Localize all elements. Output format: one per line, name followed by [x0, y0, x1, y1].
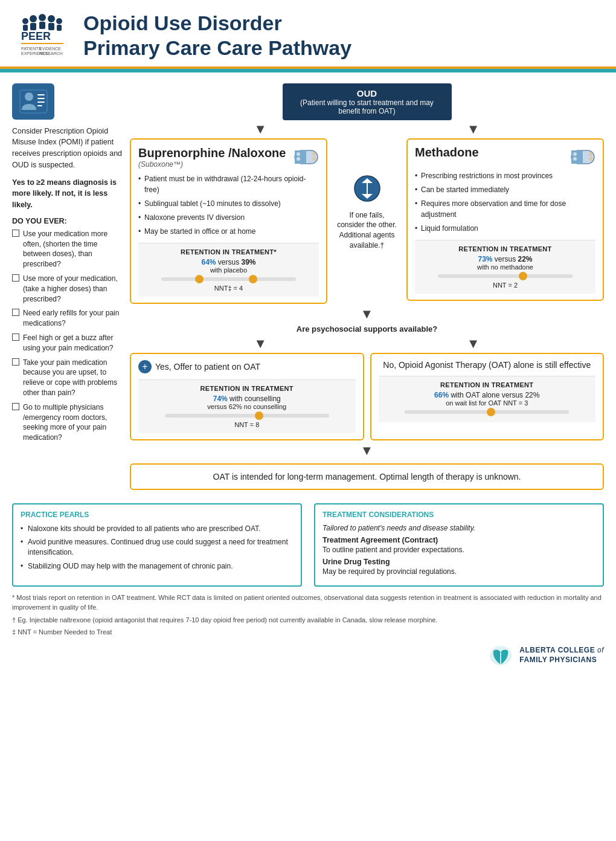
arrow-down-oat: ▼ [130, 444, 604, 457]
list-item: Liquid formulation [415, 223, 595, 234]
checkbox-icon [12, 334, 19, 341]
psych-no-retention: RETENTION IN TREATMENT 66% with OAT alon… [379, 376, 596, 422]
arrow-down-yes: ▼ [254, 337, 267, 350]
svg-point-34 [589, 157, 592, 161]
practice-pearls-list: Naloxone kits should be provided to all … [21, 524, 294, 572]
slider-thumb-no [487, 408, 495, 416]
tc-urine-text: May be required by provincial regulation… [322, 567, 595, 576]
svg-rect-3 [30, 23, 36, 30]
footnote-2: † Eg. Injectable naltrexone (opioid anta… [12, 615, 604, 625]
pomi-questions: DO YOU EVER: Use your medication more of… [12, 217, 124, 443]
treatment-considerations-box: TREATMENT CONSIDERATIONS Tailored to pat… [314, 503, 604, 587]
methadone-pill-icon [570, 146, 595, 170]
list-item: Go to multiple physicians /emergency roo… [12, 402, 124, 443]
arrow-bidirectional-icon [353, 175, 381, 204]
treatment-considerations-title: TREATMENT CONSIDERATIONS [322, 511, 595, 519]
slider-thumb-yes [255, 411, 263, 420]
yes-slider [165, 414, 329, 417]
list-item: May be started in office or at home [138, 226, 319, 237]
list-item: Need early refills for your pain medicat… [12, 308, 124, 329]
svg-rect-23 [295, 150, 306, 164]
list-item: Use your medication more often, (shorten… [12, 229, 124, 269]
svg-text:PEER: PEER [21, 30, 51, 42]
list-item: Avoid punitive measures. Continued drug … [21, 537, 294, 558]
svg-point-8 [56, 18, 62, 24]
psych-no-box: No, Opioid Agonist Therapy (OAT) alone i… [370, 353, 605, 440]
svg-rect-11 [21, 43, 63, 44]
svg-text:RESEARCH: RESEARCH [39, 51, 63, 56]
list-item: Use more of your medication, (take a hig… [12, 274, 124, 304]
list-item: Take your pain medication because you ar… [12, 358, 124, 398]
psych-yes-retention: RETENTION IN TREATMENT 74% with counsell… [138, 379, 356, 433]
tc-urine-title: Urine Drug Testing [322, 558, 595, 566]
list-item: Stabilizing OUD may help with the manage… [21, 561, 294, 572]
svg-rect-19 [37, 98, 45, 99]
psychosocial-columns: + Yes, Offer to patient on OAT RETENTION… [130, 353, 604, 440]
checkbox-icon [12, 309, 19, 316]
oud-box: OUD (Patient willing to start treatment … [283, 83, 452, 120]
list-item: Naloxone prevents IV diversion [138, 212, 319, 223]
no-slider [405, 410, 569, 414]
pomi-section: Consider Prescription Opioid Misuse Inde… [12, 83, 124, 496]
svg-text:EVIDENCE: EVIDENCE [39, 47, 61, 51]
arrow-down-no: ▼ [467, 337, 480, 350]
slider-thumb-right [249, 275, 257, 283]
svg-point-2 [30, 15, 37, 22]
psych-yes-title: + Yes, Offer to patient on OAT [138, 360, 356, 373]
footer-row: ALBERTA COLLEGE ofFAMILY PHYSICIANS [0, 643, 616, 674]
svg-point-31 [573, 152, 577, 156]
list-item: Naloxone kits should be provided to all … [21, 524, 294, 534]
svg-point-32 [573, 157, 577, 161]
methadone-retention-box: RETENTION IN TREATMENT 73% versus 22% wi… [415, 240, 595, 294]
svg-rect-5 [39, 22, 45, 29]
svg-rect-18 [37, 94, 45, 95]
arrow-down-psych: ▼ [130, 308, 604, 321]
checkbox-icon [12, 403, 19, 410]
svg-rect-30 [571, 150, 583, 164]
buprenorphine-box: Buprenorphine /Naloxone (Suboxone™) [130, 138, 327, 304]
bup-bullet-list: Patient must be in withdrawal (12-24-hou… [138, 173, 319, 237]
svg-point-0 [22, 18, 28, 24]
acfp-text: ALBERTA COLLEGE ofFAMILY PHYSICIANS [519, 646, 604, 665]
arrow-down-meth: ▼ [467, 123, 480, 136]
main-content: Consider Prescription Opioid Misuse Inde… [0, 72, 616, 496]
psychosocial-question: Are psychosocial supports available? [130, 324, 604, 334]
svg-point-4 [39, 14, 46, 21]
bottom-section: PRACTICE PEARLS Naloxone kits should be … [12, 503, 604, 587]
slider-thumb-left [195, 275, 204, 283]
list-item: Feel high or get a buzz after using your… [12, 333, 124, 353]
tc-agreement-title: Treatment Agreement (Contract) [322, 536, 595, 544]
plus-circle-icon: + [138, 360, 152, 373]
list-item: Prescribing restrictions in most provinc… [415, 170, 595, 181]
slider-thumb-meth [519, 272, 527, 280]
footnote-3: ‡ NNT = Number Needed to Treat [12, 627, 604, 637]
svg-rect-7 [48, 23, 54, 30]
list-item: Requires more observation and time for d… [415, 198, 595, 220]
svg-point-33 [589, 152, 592, 156]
meth-slider [438, 274, 573, 278]
checkbox-icon [12, 274, 19, 282]
svg-rect-21 [37, 105, 42, 106]
practice-pearls-title: PRACTICE PEARLS [21, 511, 294, 519]
page-title: Opioid Use Disorder Primary Care Care Pa… [83, 11, 351, 60]
tc-tailored: Tailored to patient's needs and disease … [322, 524, 595, 532]
footnote-1: * Most trials report on retention in OAT… [12, 593, 604, 613]
pomi-intro-text: Consider Prescription Opioid Misuse Inde… [12, 126, 124, 171]
checkbox-icon [12, 358, 19, 366]
bup-retention-box: RETENTION IN TREATMENT* 64% versus 39% w… [138, 243, 319, 297]
psych-no-title: No, Opioid Agonist Therapy (OAT) alone i… [379, 360, 596, 370]
svg-point-25 [297, 157, 300, 161]
svg-point-6 [48, 15, 55, 22]
middle-column: If one fails, consider the other. Additi… [332, 138, 402, 251]
oat-longterm-box: OAT is intended for long-term management… [130, 463, 604, 490]
footnotes-section: * Most trials report on retention in OAT… [0, 587, 616, 643]
pomi-yes-means: Yes to ≥2 means diagnosis is more likely… [12, 177, 124, 211]
middle-text: If one fails, consider the other. Additi… [332, 210, 402, 251]
acfp-logo: ALBERTA COLLEGE ofFAMILY PHYSICIANS [487, 643, 604, 668]
tc-agreement-text: To outline patient and provider expectat… [322, 546, 595, 554]
list-item: Sublingual tablet (~10 minutes to dissol… [138, 198, 319, 209]
svg-rect-9 [57, 25, 62, 31]
practice-pearls-box: PRACTICE PEARLS Naloxone kits should be … [12, 503, 302, 587]
list-item: Can be started immediately [415, 184, 595, 195]
peer-logo: PEER PATIENTS EXPERIENCE EVIDENCE RESEAR… [18, 13, 72, 58]
